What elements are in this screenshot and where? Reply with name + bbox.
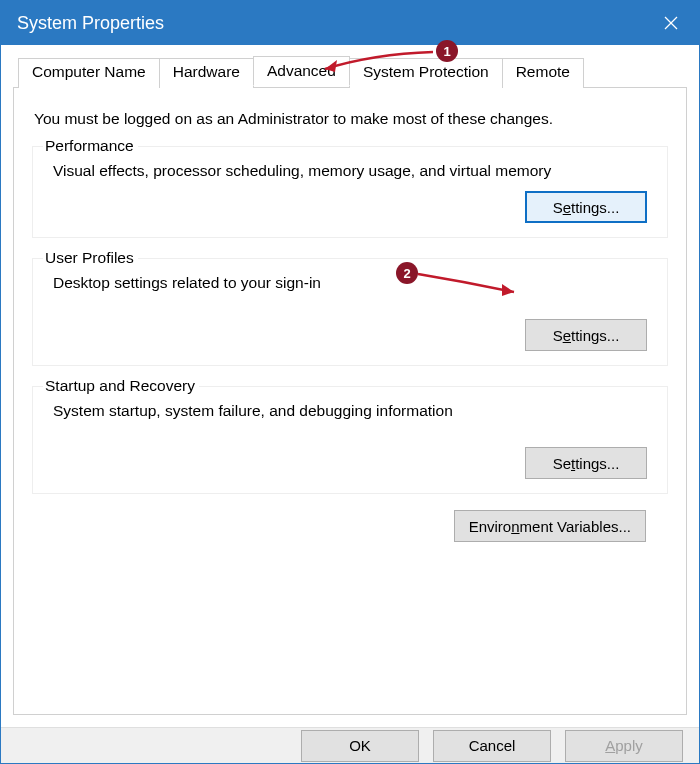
performance-title: Performance — [43, 137, 138, 155]
environment-variables-button[interactable]: Environment Variables... — [454, 510, 646, 542]
startup-recovery-settings-button[interactable]: Settings... — [525, 447, 647, 479]
close-icon — [664, 16, 678, 30]
user-profiles-desc: Desktop settings related to your sign-in — [53, 273, 653, 293]
user-profiles-settings-button[interactable]: Settings... — [525, 319, 647, 351]
tab-remote[interactable]: Remote — [502, 58, 584, 88]
performance-desc: Visual effects, processor scheduling, me… — [53, 161, 653, 181]
tab-system-protection[interactable]: System Protection — [349, 58, 503, 88]
tab-computer-name[interactable]: Computer Name — [18, 58, 160, 88]
admin-notice: You must be logged on as an Administrato… — [34, 110, 668, 128]
tab-panel-advanced: You must be logged on as an Administrato… — [13, 87, 687, 715]
system-properties-window: System Properties 1 Computer Name Hardwa… — [0, 0, 700, 764]
startup-recovery-title: Startup and Recovery — [43, 377, 199, 395]
dialog-footer: OK Cancel Apply — [1, 727, 699, 763]
titlebar: System Properties — [1, 1, 699, 45]
ok-button[interactable]: OK — [301, 730, 419, 762]
tab-advanced[interactable]: Advanced — [253, 56, 350, 86]
startup-recovery-desc: System startup, system failure, and debu… — [53, 401, 653, 421]
apply-button[interactable]: Apply — [565, 730, 683, 762]
performance-settings-button[interactable]: Settings... — [525, 191, 647, 223]
startup-recovery-section: Startup and Recovery System startup, sys… — [32, 386, 668, 494]
tab-strip: Computer Name Hardware Advanced System P… — [13, 57, 687, 87]
performance-section: Performance Visual effects, processor sc… — [32, 146, 668, 238]
tab-hardware[interactable]: Hardware — [159, 58, 254, 88]
user-profiles-title: User Profiles — [43, 249, 138, 267]
dialog-body: 1 Computer Name Hardware Advanced System… — [1, 45, 699, 727]
close-button[interactable] — [643, 1, 699, 45]
window-title: System Properties — [17, 13, 164, 34]
user-profiles-section: User Profiles Desktop settings related t… — [32, 258, 668, 366]
cancel-button[interactable]: Cancel — [433, 730, 551, 762]
